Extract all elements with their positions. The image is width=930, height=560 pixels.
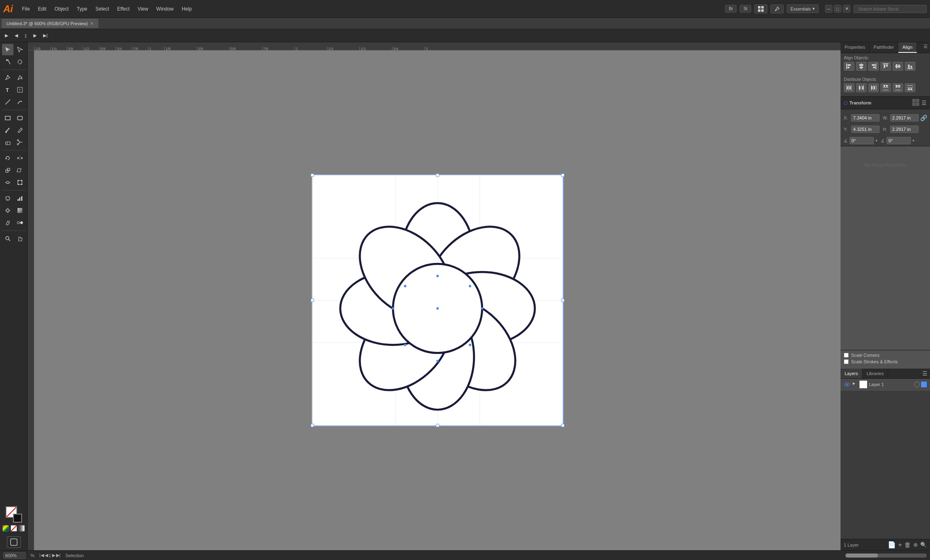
gradient-fill-btn[interactable] — [19, 525, 25, 532]
h-input[interactable] — [890, 126, 919, 133]
search-stock-input[interactable] — [854, 5, 927, 13]
distribute-center-h-btn[interactable] — [856, 83, 867, 92]
tools-bar-prev[interactable]: ◀ — [12, 32, 20, 39]
menu-window[interactable]: Window — [152, 4, 178, 13]
link-proportions-btn[interactable]: 🔗 — [920, 112, 927, 124]
menu-select[interactable]: Select — [91, 4, 113, 13]
delete-layer-btn[interactable]: 🗑 — [904, 541, 911, 549]
first-page-btn[interactable]: |◀ — [39, 553, 44, 558]
distribute-bottom-btn[interactable] — [905, 83, 915, 92]
layers-panel-menu[interactable]: ☰ — [920, 369, 930, 378]
pen-tool[interactable] — [2, 72, 13, 83]
scale-strokes-checkbox[interactable] — [844, 359, 849, 364]
restore-btn[interactable]: □ — [834, 5, 841, 13]
transform-grid-icon[interactable] — [912, 98, 920, 107]
lasso-tool[interactable] — [14, 56, 26, 67]
menu-edit[interactable]: Edit — [34, 4, 50, 13]
layers-tab[interactable]: Layers — [841, 369, 862, 378]
warp-tool[interactable] — [2, 177, 13, 188]
layers-search-btn[interactable]: 🔍 — [920, 542, 927, 548]
layer-visibility-btn[interactable] — [844, 381, 850, 388]
align-bottom-btn[interactable] — [905, 62, 915, 71]
pencil-tool[interactable] — [14, 124, 26, 136]
canvas-background[interactable] — [34, 50, 841, 550]
tools-bar-page[interactable]: 1 — [22, 32, 29, 39]
scroll-thumb[interactable] — [845, 553, 878, 558]
menu-view[interactable]: View — [134, 4, 152, 13]
next-page-btn[interactable]: ▶ — [52, 553, 55, 558]
mesh-tool[interactable] — [2, 205, 13, 216]
hand-tool[interactable] — [14, 233, 26, 244]
arc-tool[interactable] — [14, 96, 26, 108]
align-panel-menu[interactable]: ☰ — [921, 42, 930, 53]
y-input[interactable] — [851, 126, 880, 133]
draw-mode-btn[interactable] — [7, 536, 21, 548]
minimize-btn[interactable]: ─ — [825, 5, 832, 13]
doc-close-btn[interactable]: × — [90, 20, 94, 26]
new-layer-btn[interactable]: + — [898, 541, 902, 549]
distribute-top-btn[interactable] — [880, 83, 891, 92]
symbol-sprayer[interactable] — [2, 193, 13, 204]
scale-tool[interactable] — [2, 165, 13, 176]
menu-type[interactable]: Type — [73, 4, 91, 13]
align-tab[interactable]: Align — [898, 42, 917, 53]
scale-corners-checkbox[interactable] — [844, 353, 849, 358]
align-left-btn[interactable] — [844, 62, 854, 71]
scissors-tool[interactable] — [14, 137, 26, 148]
none-btn[interactable] — [11, 525, 17, 532]
tools-bar-select[interactable]: ▶ — [2, 32, 11, 39]
align-right-btn[interactable] — [868, 62, 879, 71]
distribute-center-v-btn[interactable] — [893, 83, 903, 92]
add-anchor-tool[interactable]: + — [14, 72, 26, 83]
essentials-dropdown[interactable]: Essentials ▾ — [787, 4, 819, 13]
blend-tool[interactable] — [14, 217, 26, 228]
selection-tool[interactable] — [2, 44, 13, 55]
tools-bar-last[interactable]: ▶| — [41, 32, 50, 39]
column-graph-tool[interactable] — [14, 193, 26, 204]
scale-corners-label[interactable]: Scale Corners — [851, 353, 880, 358]
flower-artwork[interactable] — [312, 175, 563, 426]
align-top-btn[interactable] — [880, 62, 891, 71]
magic-wand-tool[interactable] — [2, 56, 13, 67]
make-sublayer-btn[interactable]: 📄 — [888, 541, 896, 549]
menu-help[interactable]: Help — [178, 4, 196, 13]
rounded-rect-tool[interactable] — [14, 112, 26, 124]
menu-file[interactable]: File — [18, 4, 34, 13]
align-center-v-btn[interactable] — [893, 62, 903, 71]
area-type-tool[interactable]: T — [14, 84, 26, 96]
direct-selection-tool[interactable] — [14, 44, 26, 55]
free-transform-tool[interactable] — [14, 177, 26, 188]
bridge-btn[interactable]: Br — [725, 5, 736, 13]
stock-btn[interactable]: St — [740, 5, 751, 13]
reflect-tool[interactable] — [14, 152, 26, 164]
angle2-dropdown[interactable]: ▾ — [913, 139, 915, 143]
layer-expand-btn[interactable] — [852, 382, 858, 387]
gradient-tool[interactable] — [14, 205, 26, 216]
pathfinder-tab[interactable]: Pathfinder — [869, 42, 898, 53]
doc-tab[interactable]: Untitled-3* @ 600% (RGB/GPU Preview) × — [2, 19, 98, 28]
distribute-right-btn[interactable] — [868, 83, 879, 92]
last-page-btn[interactable]: ▶| — [56, 553, 61, 558]
zoom-input[interactable] — [3, 552, 26, 559]
align-center-h-btn[interactable] — [856, 62, 867, 71]
rect-tool[interactable] — [2, 112, 13, 124]
libraries-tab[interactable]: Libraries — [862, 369, 888, 378]
transform-panel-menu[interactable]: ☰ — [921, 100, 927, 106]
shear-tool[interactable] — [14, 165, 26, 176]
paintbrush-tool[interactable] — [2, 124, 13, 136]
menu-effect[interactable]: Effect — [113, 4, 133, 13]
locate-object-btn[interactable]: ⊕ — [913, 542, 918, 548]
angle1-dropdown[interactable]: ▾ — [876, 139, 878, 143]
scroll-bar[interactable] — [845, 553, 927, 558]
layer-target-btn[interactable] — [914, 382, 920, 387]
w-input[interactable] — [890, 114, 919, 122]
angle2-input[interactable] — [886, 137, 911, 144]
pen-btn[interactable] — [771, 4, 784, 13]
menu-object[interactable]: Object — [50, 4, 73, 13]
eyedropper-tool[interactable] — [2, 217, 13, 228]
distribute-left-btn[interactable] — [844, 83, 854, 92]
angle1-input[interactable] — [849, 137, 874, 144]
line-tool[interactable] — [2, 96, 13, 108]
scale-strokes-label[interactable]: Scale Strokes & Effects — [851, 359, 898, 364]
prev-page-btn[interactable]: ◀ — [45, 553, 48, 558]
